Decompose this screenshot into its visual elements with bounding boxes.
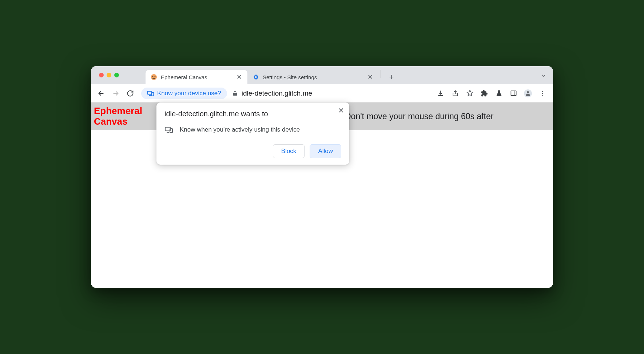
close-tab-icon[interactable]: ✕ (367, 73, 373, 81)
back-button[interactable] (95, 87, 108, 100)
permission-prompt: ✕ idle-detection.glitch.me wants to Know… (156, 102, 349, 165)
url-display: idle-detection.glitch.me (232, 89, 432, 97)
toolbar-actions (437, 89, 549, 97)
browser-window: Ephemeral Canvas ✕ Settings - Site setti… (91, 66, 553, 288)
svg-rect-6 (511, 91, 516, 96)
devices-icon (147, 90, 154, 97)
bookmark-star-icon[interactable] (466, 89, 474, 97)
permission-actions: Block Allow (164, 144, 341, 158)
svg-point-10 (542, 93, 543, 94)
svg-point-2 (155, 76, 156, 77)
tabs-dropdown-icon[interactable] (541, 73, 546, 79)
permission-prompt-title: idle-detection.glitch.me wants to (164, 110, 341, 118)
svg-point-0 (151, 74, 157, 80)
svg-point-11 (542, 94, 543, 96)
close-window-button[interactable] (99, 73, 104, 77)
svg-rect-12 (165, 127, 170, 131)
permission-chip[interactable]: Know your device use? (141, 88, 227, 99)
svg-point-9 (542, 91, 543, 92)
menu-icon[interactable] (538, 89, 546, 97)
gear-icon (253, 74, 259, 80)
tab-strip: Ephemeral Canvas ✕ Settings - Site setti… (91, 66, 553, 84)
favicon-icon (151, 74, 157, 80)
toolbar: Know your device use? idle-detection.gli… (91, 84, 553, 102)
page-title: Ephemeral Canvas (94, 106, 148, 126)
maximize-window-button[interactable] (114, 73, 119, 77)
permission-request-row: Know when you're actively using this dev… (164, 125, 341, 134)
page-content: Ephemeral Canvas Don't move your mouse d… (91, 102, 553, 288)
reload-button[interactable] (124, 87, 137, 100)
labs-icon[interactable] (495, 89, 503, 97)
close-tab-icon[interactable]: ✕ (236, 73, 242, 81)
devices-icon (164, 125, 173, 134)
block-button[interactable]: Block (273, 144, 305, 158)
tab-ephemeral-canvas[interactable]: Ephemeral Canvas ✕ (146, 70, 247, 84)
minimize-window-button[interactable] (107, 73, 111, 77)
side-panel-icon[interactable] (509, 89, 517, 97)
svg-point-1 (152, 76, 154, 77)
tab-settings[interactable]: Settings - Site settings ✕ (247, 70, 378, 84)
share-icon[interactable] (451, 89, 459, 97)
tab-title: Settings - Site settings (263, 74, 363, 80)
allow-button[interactable]: Allow (310, 144, 341, 158)
svg-point-8 (527, 91, 529, 93)
lock-icon[interactable] (232, 90, 238, 96)
permission-request-text: Know when you're actively using this dev… (180, 126, 300, 133)
url-text: idle-detection.glitch.me (242, 89, 312, 97)
download-icon[interactable] (437, 89, 445, 97)
address-bar[interactable]: Know your device use? idle-detection.gli… (141, 88, 432, 99)
svg-rect-3 (148, 91, 152, 94)
tab-title: Ephemeral Canvas (161, 74, 232, 80)
tab-divider (381, 70, 381, 78)
page-banner-text: Don't move your mouse during 60s after (345, 112, 550, 121)
tabs-container: Ephemeral Canvas ✕ Settings - Site setti… (146, 66, 397, 84)
close-icon[interactable]: ✕ (338, 106, 344, 115)
new-tab-button[interactable]: + (386, 72, 397, 83)
window-controls (99, 73, 119, 77)
profile-avatar-icon[interactable] (524, 89, 532, 97)
permission-chip-label: Know your device use? (157, 90, 221, 97)
forward-button[interactable] (109, 87, 122, 100)
extensions-icon[interactable] (480, 89, 488, 97)
